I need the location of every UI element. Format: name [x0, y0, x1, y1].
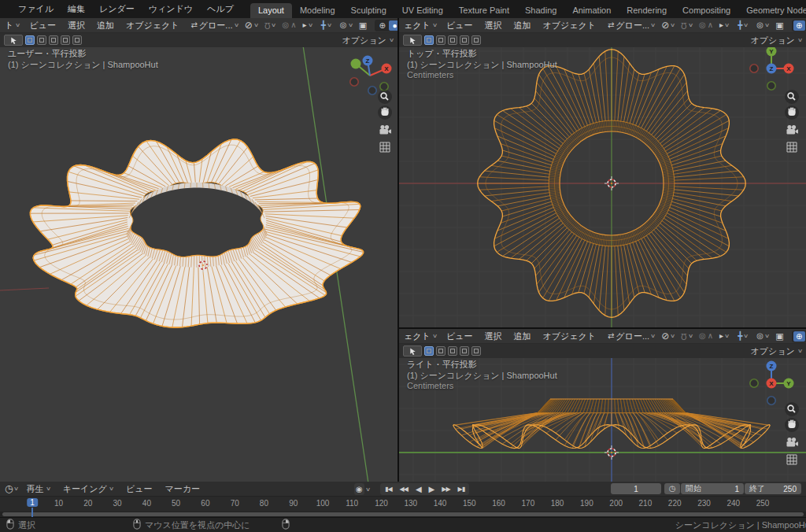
- viewport-menu-0[interactable]: ビュー: [441, 20, 479, 31]
- object-visibility-dropdown[interactable]: ▸∨: [719, 332, 729, 340]
- zoom-icon[interactable]: [785, 402, 799, 416]
- zoom-icon[interactable]: [378, 90, 392, 104]
- mode-dropdown[interactable]: ェクト∨: [402, 20, 440, 31]
- top-view-3d[interactable]: YXZ: [399, 47, 806, 327]
- select-mode-extend[interactable]: [436, 35, 446, 45]
- menu-3[interactable]: ウィンドウ: [142, 2, 200, 17]
- viewport-canvas[interactable]: ライト・平行投影 (1) シーンコレクション | ShampooHut Cent…: [399, 358, 806, 482]
- mesh-shampoohut[interactable]: [30, 139, 364, 327]
- menu-2[interactable]: レンダー: [92, 2, 142, 17]
- grid-ortho-icon[interactable]: [380, 142, 390, 152]
- object-visibility-dropdown[interactable]: ▸∨: [303, 21, 312, 29]
- next-keyframe-button[interactable]: ▶▶: [438, 486, 453, 493]
- menu-1[interactable]: 編集: [61, 2, 92, 17]
- current-frame-field[interactable]: 1: [611, 483, 661, 494]
- camera-icon[interactable]: [787, 438, 799, 447]
- timeline-scrollbar[interactable]: [0, 512, 806, 517]
- select-mode-subtract[interactable]: [448, 346, 457, 356]
- viewport-menu-3[interactable]: オブジェクト: [537, 331, 601, 342]
- select-mode-set[interactable]: [424, 35, 434, 45]
- xray-toggle[interactable]: ▣: [359, 21, 367, 30]
- viewport-menu-1[interactable]: 選択: [62, 20, 91, 31]
- viewport-menu-2[interactable]: 追加: [91, 20, 120, 31]
- select-mode-extend[interactable]: [436, 346, 446, 356]
- viewport-menu-0[interactable]: ビュー: [24, 20, 61, 31]
- viewport-canvas[interactable]: トップ・平行投影 (1) シーンコレクション | ShampooHut Cent…: [399, 47, 806, 327]
- select-mode-intersect[interactable]: [72, 35, 82, 45]
- mode-dropdown[interactable]: ェクト∨: [402, 331, 440, 342]
- options-dropdown[interactable]: オプション∨: [342, 35, 394, 46]
- workspace-tab-geometry-nodes[interactable]: Geometry Nodes: [738, 3, 806, 18]
- overlays-toggle[interactable]: ◎∨: [756, 332, 769, 340]
- workspace-tab-texture-paint[interactable]: Texture Paint: [451, 3, 517, 18]
- user-view-3d[interactable]: XZ: [0, 47, 397, 482]
- camera-icon[interactable]: [380, 125, 392, 135]
- viewport-menu-0[interactable]: ビュー: [441, 331, 479, 342]
- timeline-editor[interactable]: ◷ ∨ 再生∨ キーイング∨ ビュー マーカー ◉ ∨ ▮◀ ◀◀ ◀ ▶ ▶▶…: [0, 482, 806, 517]
- zoom-icon[interactable]: [785, 90, 799, 104]
- workspace-tab-shading[interactable]: Shading: [517, 3, 564, 18]
- frame-start-field[interactable]: 開始1: [681, 483, 744, 494]
- jump-to-start-button[interactable]: ▮◀: [382, 486, 395, 493]
- workspace-tab-animation[interactable]: Animation: [564, 3, 619, 18]
- timeline-menu-3[interactable]: マーカー: [158, 483, 206, 495]
- proportional-editing-toggle[interactable]: ◎ ∧: [699, 332, 713, 340]
- workspace-tab-rendering[interactable]: Rendering: [619, 3, 675, 18]
- xray-toggle[interactable]: ▣: [775, 21, 783, 30]
- pivot-point-dropdown[interactable]: ⊘∨: [661, 331, 675, 341]
- overlays-toggle[interactable]: ◎∨: [756, 21, 769, 29]
- menu-4[interactable]: ヘルプ: [200, 2, 241, 17]
- gizmos-toggle[interactable]: ╋∨: [321, 21, 331, 29]
- select-mode-intersect[interactable]: [471, 346, 481, 356]
- frame-end-field[interactable]: 終了250: [745, 483, 801, 494]
- shading-wireframe-button[interactable]: ⊕: [793, 331, 805, 342]
- viewport-canvas[interactable]: ユーザー・平行投影 (1) シーンコレクション | ShampooHut XZ: [0, 47, 397, 482]
- select-mode-invert[interactable]: [460, 35, 469, 45]
- active-tool-button[interactable]: [403, 35, 422, 46]
- overlays-toggle[interactable]: ◎∨: [340, 21, 353, 29]
- pivot-point-dropdown[interactable]: ⊘∨: [245, 20, 258, 30]
- viewport-user[interactable]: ト∨ ビュー選択追加オブジェクト ⇄ グロー...∨ ⊘∨ Ω∨ ◎ ∧ ▸∨ …: [0, 18, 397, 482]
- pan-hand-icon[interactable]: [785, 418, 799, 432]
- gizmos-toggle[interactable]: ╋∨: [738, 332, 748, 340]
- snap-toggle[interactable]: Ω∨: [681, 21, 693, 29]
- timeline-menu-0[interactable]: 再生∨: [20, 483, 57, 495]
- auto-key-button[interactable]: ◉: [354, 483, 364, 495]
- use-preview-range-button[interactable]: ◷: [664, 483, 680, 494]
- select-mode-set[interactable]: [424, 346, 434, 356]
- current-frame-indicator[interactable]: 1: [27, 498, 38, 507]
- timeline-ruler[interactable]: 1102030405060708090100110120130140150160…: [0, 497, 806, 512]
- viewport-menu-1[interactable]: 選択: [479, 20, 507, 31]
- snap-toggle[interactable]: Ω∨: [681, 332, 693, 340]
- mode-dropdown[interactable]: ト∨: [3, 20, 23, 31]
- pivot-point-dropdown[interactable]: ⊘∨: [661, 20, 675, 30]
- workspace-tab-compositing[interactable]: Compositing: [675, 3, 738, 18]
- right-view-3d[interactable]: ZYX: [399, 358, 806, 482]
- grid-ortho-icon[interactable]: [787, 142, 797, 152]
- viewport-menu-3[interactable]: オブジェクト: [537, 20, 601, 31]
- shading-wireframe-button[interactable]: ⊕: [376, 20, 388, 31]
- pan-hand-icon[interactable]: [785, 105, 799, 120]
- viewport-menu-3[interactable]: オブジェクト: [120, 20, 185, 31]
- object-visibility-dropdown[interactable]: ▸∨: [719, 21, 729, 29]
- workspace-tab-uv-editing[interactable]: UV Editing: [394, 3, 451, 18]
- timeline-menu-2[interactable]: ビュー: [120, 483, 159, 495]
- select-mode-set[interactable]: [25, 35, 35, 45]
- snap-toggle[interactable]: Ω∨: [264, 21, 276, 29]
- xray-toggle[interactable]: ▣: [775, 332, 783, 341]
- select-mode-invert[interactable]: [61, 35, 70, 45]
- navigation-gizmo[interactable]: ZYX: [750, 361, 794, 405]
- proportional-editing-toggle[interactable]: ◎ ∧: [282, 21, 296, 29]
- gizmos-toggle[interactable]: ╋∨: [738, 21, 748, 29]
- active-tool-button[interactable]: [403, 345, 422, 357]
- viewport-menu-2[interactable]: 追加: [508, 331, 536, 342]
- workspace-tab-sculpting[interactable]: Sculpting: [343, 3, 394, 18]
- camera-icon[interactable]: [787, 125, 799, 135]
- shading-wireframe-button[interactable]: ⊕: [793, 20, 805, 31]
- options-dropdown[interactable]: オプション∨: [751, 35, 802, 46]
- navigation-gizmo[interactable]: YXZ: [750, 47, 794, 90]
- navigation-gizmo[interactable]: XZ: [350, 56, 392, 95]
- transform-orientation-dropdown[interactable]: ⇄ グロー...∨: [190, 20, 238, 31]
- select-mode-extend[interactable]: [37, 35, 46, 45]
- viewport-menu-1[interactable]: 選択: [479, 331, 507, 342]
